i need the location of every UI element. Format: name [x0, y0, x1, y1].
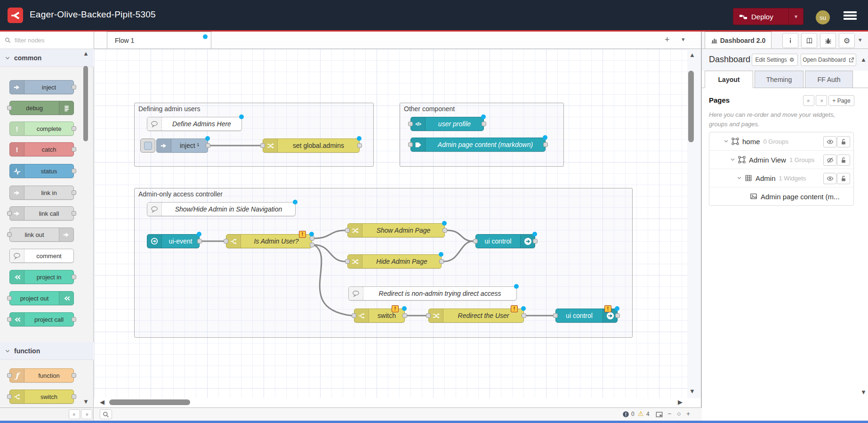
palette-search[interactable] — [0, 32, 94, 49]
canvas-scroll-right[interactable]: ▶ — [678, 399, 683, 405]
port-out[interactable] — [533, 239, 538, 244]
main-menu-button[interactable] — [844, 11, 857, 20]
port-in[interactable] — [473, 239, 478, 244]
canvas-vscrollbar-thumb[interactable] — [688, 71, 694, 142]
palette-node-complete[interactable]: ! complete — [9, 122, 74, 136]
zoom-in-button[interactable]: + — [686, 410, 690, 417]
port-in[interactable] — [7, 232, 12, 237]
edit-settings-button[interactable]: Edit Settings ⚙ — [752, 54, 798, 66]
palette-scroll-down[interactable]: ▼ — [83, 399, 89, 405]
expand-all-button[interactable]: « — [816, 95, 827, 106]
port-out[interactable] — [482, 122, 486, 126]
chevron-down-icon[interactable] — [737, 174, 742, 182]
port-in[interactable] — [224, 239, 228, 244]
port-out[interactable] — [439, 259, 444, 264]
palette-node-link-in[interactable]: link in — [9, 186, 74, 200]
flow-list-caret[interactable]: ▾ — [682, 36, 685, 43]
tree-row-admin-widget[interactable]: Admin page content (m... — [709, 187, 853, 205]
port-in[interactable] — [7, 211, 12, 216]
error-count-icon[interactable] — [622, 411, 629, 418]
port-in[interactable] — [260, 143, 265, 148]
tab-flow-1[interactable]: Flow 1 — [107, 32, 211, 49]
node-ui-control-bottom[interactable]: ui control ! — [555, 309, 618, 323]
port-out[interactable] — [442, 228, 447, 233]
port-out[interactable] — [72, 190, 76, 195]
port-out[interactable] — [72, 317, 76, 322]
port-out[interactable] — [197, 239, 202, 244]
palette-node-project-in[interactable]: project in — [9, 270, 74, 284]
open-dashboard-button[interactable]: Open Dashboard — [801, 54, 856, 66]
deploy-options-caret[interactable]: ▾ — [788, 8, 803, 24]
sidebar-scroll-down[interactable]: ▼ — [860, 389, 867, 395]
palette-node-inject[interactable]: inject — [9, 80, 74, 94]
port-out-2[interactable] — [310, 243, 314, 247]
comment-show-hide-admin[interactable]: Show/Hide Admin in Side Navigation — [147, 202, 296, 216]
node-hide-admin-page[interactable]: Hide Admin Page — [347, 254, 442, 268]
debug-sidebar-button[interactable] — [820, 33, 836, 48]
lock-button[interactable] — [837, 155, 850, 166]
port-out[interactable] — [72, 211, 76, 216]
zoom-out-button[interactable]: − — [667, 410, 671, 417]
tree-row-admin-view[interactable]: Admin View 1 Groups — [709, 151, 853, 169]
palette-scrollbar-thumb[interactable] — [83, 66, 88, 141]
sidebar-tabs-caret[interactable]: ▾ — [859, 36, 862, 43]
port-out[interactable] — [72, 169, 76, 173]
port-out[interactable] — [72, 373, 76, 378]
tab-ff-auth[interactable]: FF Auth — [805, 71, 853, 88]
port-in[interactable] — [7, 373, 12, 378]
lock-button[interactable] — [837, 173, 850, 184]
search-flows-button[interactable] — [100, 409, 112, 419]
chevron-down-icon[interactable] — [730, 155, 735, 164]
add-page-button[interactable]: + Page — [828, 95, 854, 106]
tab-dashboard-2[interactable]: Dashboard 2.0 — [705, 32, 772, 49]
port-in[interactable] — [345, 259, 350, 264]
search-input[interactable] — [14, 36, 86, 44]
node-user-profile[interactable]: </> user profile — [410, 117, 484, 131]
expand-categories-button[interactable]: « — [81, 409, 92, 419]
node-set-global-admins[interactable]: set global.admins — [263, 138, 360, 153]
chevron-down-icon[interactable] — [723, 137, 729, 146]
port-out[interactable] — [357, 143, 362, 148]
palette-node-link-call[interactable]: link call — [9, 206, 74, 220]
tree-row-admin-group[interactable]: Admin 1 Widgets — [709, 169, 853, 187]
palette-category-function[interactable]: function — [0, 342, 94, 360]
help-sidebar-button[interactable] — [801, 33, 817, 48]
port-in[interactable] — [352, 313, 356, 318]
node-admin-page-content[interactable]: Admin page content (markdown) — [410, 138, 546, 152]
port-out[interactable] — [72, 126, 76, 131]
info-sidebar-button[interactable] — [782, 33, 798, 48]
palette-node-comment[interactable]: comment — [9, 249, 74, 263]
tab-theming[interactable]: Theming — [755, 71, 804, 88]
tree-row-home[interactable]: home 0 Groups — [709, 132, 853, 151]
collapse-categories-button[interactable]: « — [69, 409, 80, 419]
deploy-button[interactable]: Deploy ▾ — [733, 8, 804, 25]
add-flow-button[interactable]: + — [665, 35, 670, 45]
group-defining-admin-users[interactable]: Defining admin users — [134, 103, 374, 167]
visibility-button[interactable] — [823, 155, 836, 166]
port-in[interactable] — [7, 106, 12, 110]
port-in[interactable] — [345, 228, 350, 233]
config-sidebar-button[interactable]: ⚙ — [839, 33, 855, 48]
port-in[interactable] — [7, 317, 12, 322]
port-out[interactable] — [72, 275, 76, 279]
palette-scroll-up[interactable]: ▲ — [83, 50, 89, 57]
palette-node-project-out[interactable]: project out — [9, 291, 74, 305]
visibility-button[interactable] — [823, 173, 836, 184]
node-ui-event[interactable]: ui-event — [147, 234, 200, 248]
port-out[interactable] — [72, 85, 76, 89]
node-show-admin-page[interactable]: Show Admin Page — [347, 223, 445, 237]
port-out[interactable] — [72, 394, 76, 399]
node-switch[interactable]: switch ! — [354, 309, 405, 323]
lock-button[interactable] — [837, 136, 850, 147]
port-in[interactable] — [426, 313, 431, 318]
minimap-toggle-icon[interactable] — [655, 411, 663, 418]
palette-node-status[interactable]: status — [9, 164, 74, 178]
canvas-scroll-up[interactable]: ▲ — [689, 52, 695, 58]
port-in[interactable] — [7, 296, 12, 301]
port-in[interactable] — [7, 394, 12, 399]
canvas-scroll-left[interactable]: ◀ — [100, 399, 104, 405]
port-out[interactable] — [615, 313, 620, 318]
sidebar-scroll-up[interactable]: ▲ — [860, 57, 867, 63]
palette-node-switch[interactable]: switch — [9, 390, 74, 404]
node-inject[interactable]: inject ¹ — [156, 138, 208, 153]
